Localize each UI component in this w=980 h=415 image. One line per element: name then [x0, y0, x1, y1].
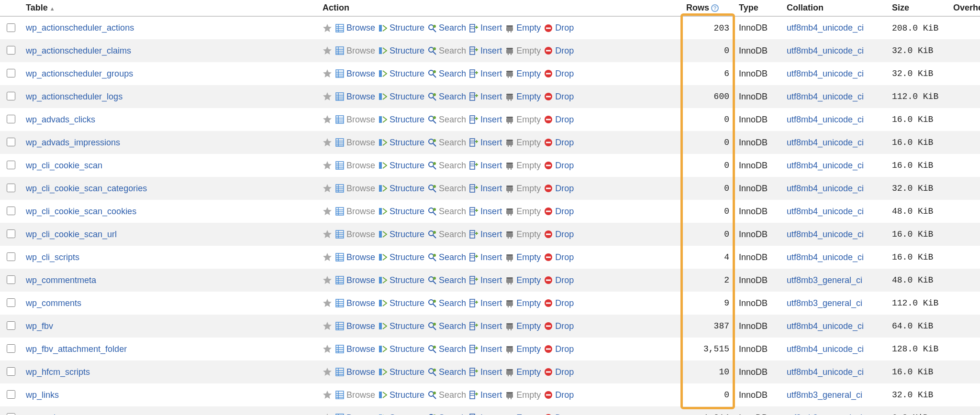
- browse-action[interactable]: Browse: [335, 115, 375, 125]
- browse-action[interactable]: Browse: [335, 390, 375, 400]
- favorite-star-icon[interactable]: [323, 69, 332, 78]
- table-name-link[interactable]: wp_cli_cookie_scan_cookies: [26, 207, 136, 216]
- search-action[interactable]: Search: [427, 275, 466, 285]
- col-table[interactable]: Table▲: [21, 0, 318, 16]
- empty-action[interactable]: Empty: [505, 413, 541, 415]
- browse-action[interactable]: Browse: [335, 413, 375, 415]
- browse-action[interactable]: Browse: [335, 92, 375, 102]
- browse-action[interactable]: Browse: [335, 252, 375, 262]
- insert-action[interactable]: Insert: [469, 92, 502, 102]
- structure-action[interactable]: Structure: [378, 298, 424, 308]
- row-checkbox[interactable]: [7, 46, 15, 55]
- insert-action[interactable]: Insert: [469, 344, 502, 354]
- insert-action[interactable]: Insert: [469, 413, 502, 415]
- search-action[interactable]: Search: [427, 23, 466, 33]
- structure-action[interactable]: Structure: [378, 184, 424, 194]
- drop-action[interactable]: Drop: [544, 229, 574, 240]
- empty-action[interactable]: Empty: [505, 229, 541, 240]
- browse-action[interactable]: Browse: [335, 46, 375, 56]
- drop-action[interactable]: Drop: [544, 23, 574, 33]
- favorite-star-icon[interactable]: [323, 207, 332, 216]
- table-name-link[interactable]: wp_cli_cookie_scan_categories: [26, 184, 147, 193]
- empty-action[interactable]: Empty: [505, 184, 541, 194]
- col-collation[interactable]: Collation: [782, 0, 887, 16]
- browse-action[interactable]: Browse: [335, 69, 375, 79]
- empty-action[interactable]: Empty: [505, 321, 541, 331]
- drop-action[interactable]: Drop: [544, 115, 574, 125]
- favorite-star-icon[interactable]: [323, 367, 332, 377]
- table-name-link[interactable]: wp_actionscheduler_groups: [26, 69, 133, 78]
- insert-action[interactable]: Insert: [469, 207, 502, 217]
- empty-action[interactable]: Empty: [505, 367, 541, 377]
- insert-action[interactable]: Insert: [469, 115, 502, 125]
- search-action[interactable]: Search: [427, 390, 466, 400]
- table-name-link[interactable]: wp_cli_cookie_scan_url: [26, 229, 117, 239]
- table-name-link[interactable]: wp_fbv_attachment_folder: [26, 344, 127, 354]
- row-checkbox[interactable]: [7, 390, 15, 399]
- row-checkbox[interactable]: [7, 321, 15, 330]
- browse-action[interactable]: Browse: [335, 161, 375, 171]
- insert-action[interactable]: Insert: [469, 390, 502, 400]
- browse-action[interactable]: Browse: [335, 321, 375, 331]
- insert-action[interactable]: Insert: [469, 229, 502, 240]
- table-name-link[interactable]: wp_advads_clicks: [26, 115, 95, 124]
- drop-action[interactable]: Drop: [544, 161, 574, 171]
- table-name-link[interactable]: wp_links: [26, 390, 59, 400]
- insert-action[interactable]: Insert: [469, 184, 502, 194]
- row-checkbox[interactable]: [7, 23, 15, 32]
- browse-action[interactable]: Browse: [335, 275, 375, 285]
- browse-action[interactable]: Browse: [335, 229, 375, 240]
- insert-action[interactable]: Insert: [469, 275, 502, 285]
- structure-action[interactable]: Structure: [378, 115, 424, 125]
- search-action[interactable]: Search: [427, 138, 466, 148]
- favorite-star-icon[interactable]: [323, 138, 332, 147]
- row-checkbox[interactable]: [7, 115, 15, 123]
- row-checkbox[interactable]: [7, 69, 15, 77]
- drop-action[interactable]: Drop: [544, 46, 574, 56]
- browse-action[interactable]: Browse: [335, 344, 375, 354]
- search-action[interactable]: Search: [427, 413, 466, 415]
- structure-action[interactable]: Structure: [378, 275, 424, 285]
- table-name-link[interactable]: wp_options: [26, 413, 69, 415]
- browse-action[interactable]: Browse: [335, 207, 375, 217]
- empty-action[interactable]: Empty: [505, 252, 541, 262]
- favorite-star-icon[interactable]: [323, 321, 332, 331]
- search-action[interactable]: Search: [427, 344, 466, 354]
- empty-action[interactable]: Empty: [505, 115, 541, 125]
- empty-action[interactable]: Empty: [505, 92, 541, 102]
- structure-action[interactable]: Structure: [378, 321, 424, 331]
- browse-action[interactable]: Browse: [335, 184, 375, 194]
- insert-action[interactable]: Insert: [469, 298, 502, 308]
- insert-action[interactable]: Insert: [469, 161, 502, 171]
- col-size[interactable]: Size: [887, 0, 948, 16]
- empty-action[interactable]: Empty: [505, 161, 541, 171]
- col-rows[interactable]: Rows?: [681, 0, 734, 16]
- empty-action[interactable]: Empty: [505, 23, 541, 33]
- search-action[interactable]: Search: [427, 207, 466, 217]
- structure-action[interactable]: Structure: [378, 390, 424, 400]
- drop-action[interactable]: Drop: [544, 390, 574, 400]
- favorite-star-icon[interactable]: [323, 184, 332, 193]
- drop-action[interactable]: Drop: [544, 252, 574, 262]
- insert-action[interactable]: Insert: [469, 367, 502, 377]
- empty-action[interactable]: Empty: [505, 390, 541, 400]
- table-name-link[interactable]: wp_advads_impressions: [26, 138, 120, 147]
- structure-action[interactable]: Structure: [378, 92, 424, 102]
- insert-action[interactable]: Insert: [469, 252, 502, 262]
- drop-action[interactable]: Drop: [544, 298, 574, 308]
- drop-action[interactable]: Drop: [544, 184, 574, 194]
- insert-action[interactable]: Insert: [469, 321, 502, 331]
- empty-action[interactable]: Empty: [505, 207, 541, 217]
- row-checkbox[interactable]: [7, 344, 15, 353]
- col-type[interactable]: Type: [734, 0, 782, 16]
- table-name-link[interactable]: wp_cli_cookie_scan: [26, 161, 102, 170]
- row-checkbox[interactable]: [7, 252, 15, 261]
- search-action[interactable]: Search: [427, 161, 466, 171]
- empty-action[interactable]: Empty: [505, 138, 541, 148]
- insert-action[interactable]: Insert: [469, 138, 502, 148]
- search-action[interactable]: Search: [427, 115, 466, 125]
- favorite-star-icon[interactable]: [323, 92, 332, 101]
- favorite-star-icon[interactable]: [323, 344, 332, 354]
- insert-action[interactable]: Insert: [469, 46, 502, 56]
- empty-action[interactable]: Empty: [505, 69, 541, 79]
